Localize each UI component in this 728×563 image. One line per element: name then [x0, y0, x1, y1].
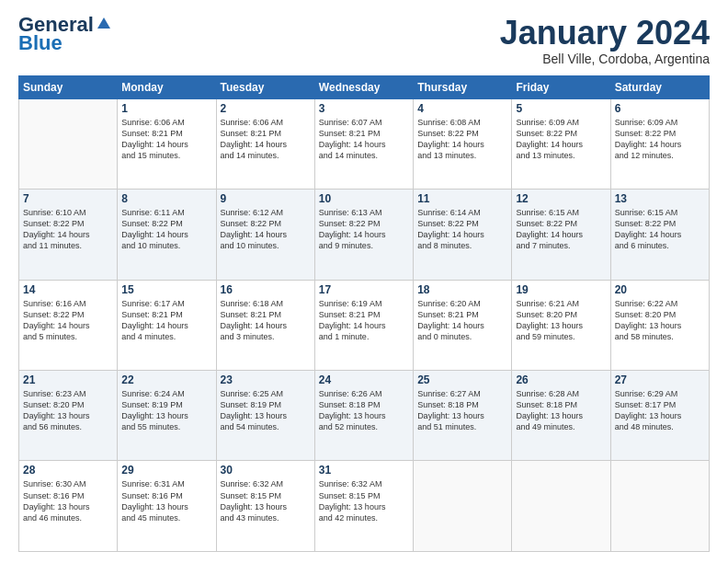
day-info: Sunrise: 6:06 AM Sunset: 8:21 PM Dayligh…	[121, 117, 211, 162]
day-number: 4	[417, 102, 507, 115]
calendar-cell: 11Sunrise: 6:14 AM Sunset: 8:22 PM Dayli…	[414, 190, 512, 280]
day-info: Sunrise: 6:32 AM Sunset: 8:15 PM Dayligh…	[221, 478, 311, 523]
day-number: 22	[121, 373, 211, 386]
calendar-cell: 28Sunrise: 6:30 AM Sunset: 8:16 PM Dayli…	[19, 461, 118, 552]
day-number: 16	[221, 283, 311, 296]
calendar-cell: 15Sunrise: 6:17 AM Sunset: 8:21 PM Dayli…	[118, 280, 216, 370]
day-info: Sunrise: 6:31 AM Sunset: 8:16 PM Dayligh…	[121, 478, 211, 523]
calendar-cell	[512, 461, 610, 552]
calendar-cell: 7Sunrise: 6:10 AM Sunset: 8:22 PM Daylig…	[19, 190, 118, 280]
day-number: 30	[221, 464, 311, 477]
day-info: Sunrise: 6:12 AM Sunset: 8:22 PM Dayligh…	[221, 207, 311, 252]
day-number: 8	[121, 192, 211, 205]
calendar-cell	[610, 461, 709, 552]
day-number: 20	[615, 283, 705, 296]
col-monday: Monday	[118, 75, 216, 98]
col-friday: Friday	[512, 75, 610, 98]
day-number: 24	[319, 373, 409, 386]
day-info: Sunrise: 6:06 AM Sunset: 8:21 PM Dayligh…	[221, 117, 311, 162]
location-subtitle: Bell Ville, Cordoba, Argentina	[500, 52, 710, 66]
calendar-cell	[19, 98, 118, 189]
col-sunday: Sunday	[19, 75, 118, 98]
calendar-cell: 16Sunrise: 6:18 AM Sunset: 8:21 PM Dayli…	[216, 280, 314, 370]
header: General Blue January 2024 Bell Ville, Co…	[18, 15, 710, 66]
day-info: Sunrise: 6:17 AM Sunset: 8:21 PM Dayligh…	[121, 298, 211, 343]
calendar-cell: 19Sunrise: 6:21 AM Sunset: 8:20 PM Dayli…	[512, 280, 610, 370]
calendar-table: Sunday Monday Tuesday Wednesday Thursday…	[18, 75, 710, 552]
day-number: 18	[417, 283, 507, 296]
calendar-cell: 20Sunrise: 6:22 AM Sunset: 8:20 PM Dayli…	[610, 280, 709, 370]
day-info: Sunrise: 6:10 AM Sunset: 8:22 PM Dayligh…	[23, 207, 113, 252]
calendar-cell: 4Sunrise: 6:08 AM Sunset: 8:22 PM Daylig…	[414, 98, 512, 189]
day-info: Sunrise: 6:13 AM Sunset: 8:22 PM Dayligh…	[319, 207, 409, 252]
svg-marker-0	[97, 17, 110, 29]
calendar-cell: 14Sunrise: 6:16 AM Sunset: 8:22 PM Dayli…	[19, 280, 118, 370]
calendar-cell: 6Sunrise: 6:09 AM Sunset: 8:22 PM Daylig…	[610, 98, 709, 189]
calendar-week-row: 14Sunrise: 6:16 AM Sunset: 8:22 PM Dayli…	[19, 280, 710, 370]
col-tuesday: Tuesday	[216, 75, 314, 98]
col-saturday: Saturday	[610, 75, 709, 98]
day-number: 26	[516, 373, 606, 386]
logo: General Blue	[18, 15, 112, 53]
day-number: 10	[319, 192, 409, 205]
day-info: Sunrise: 6:19 AM Sunset: 8:21 PM Dayligh…	[319, 298, 409, 343]
calendar-header-row: Sunday Monday Tuesday Wednesday Thursday…	[19, 75, 710, 98]
day-info: Sunrise: 6:23 AM Sunset: 8:20 PM Dayligh…	[23, 388, 113, 433]
day-number: 1	[121, 102, 211, 115]
day-number: 5	[516, 102, 606, 115]
day-number: 9	[221, 192, 311, 205]
calendar-cell	[414, 461, 512, 552]
calendar-cell: 26Sunrise: 6:28 AM Sunset: 8:18 PM Dayli…	[512, 371, 610, 461]
day-number: 23	[221, 373, 311, 386]
calendar-cell: 9Sunrise: 6:12 AM Sunset: 8:22 PM Daylig…	[216, 190, 314, 280]
calendar-week-row: 28Sunrise: 6:30 AM Sunset: 8:16 PM Dayli…	[19, 461, 710, 552]
day-info: Sunrise: 6:28 AM Sunset: 8:18 PM Dayligh…	[516, 388, 606, 433]
day-number: 25	[417, 373, 507, 386]
day-number: 12	[516, 192, 606, 205]
calendar-cell: 1Sunrise: 6:06 AM Sunset: 8:21 PM Daylig…	[118, 98, 216, 189]
day-info: Sunrise: 6:24 AM Sunset: 8:19 PM Dayligh…	[121, 388, 211, 433]
day-info: Sunrise: 6:07 AM Sunset: 8:21 PM Dayligh…	[319, 117, 409, 162]
day-number: 2	[221, 102, 311, 115]
day-number: 29	[121, 464, 211, 477]
col-thursday: Thursday	[414, 75, 512, 98]
day-info: Sunrise: 6:32 AM Sunset: 8:15 PM Dayligh…	[319, 478, 409, 523]
day-number: 13	[615, 192, 705, 205]
calendar-cell: 13Sunrise: 6:15 AM Sunset: 8:22 PM Dayli…	[610, 190, 709, 280]
calendar-cell: 23Sunrise: 6:25 AM Sunset: 8:19 PM Dayli…	[216, 371, 314, 461]
day-info: Sunrise: 6:14 AM Sunset: 8:22 PM Dayligh…	[417, 207, 507, 252]
day-info: Sunrise: 6:29 AM Sunset: 8:17 PM Dayligh…	[615, 388, 705, 433]
calendar-week-row: 21Sunrise: 6:23 AM Sunset: 8:20 PM Dayli…	[19, 371, 710, 461]
day-number: 15	[121, 283, 211, 296]
day-info: Sunrise: 6:09 AM Sunset: 8:22 PM Dayligh…	[615, 117, 705, 162]
logo-blue-text: Blue	[18, 33, 63, 53]
day-info: Sunrise: 6:11 AM Sunset: 8:22 PM Dayligh…	[121, 207, 211, 252]
day-info: Sunrise: 6:09 AM Sunset: 8:22 PM Dayligh…	[516, 117, 606, 162]
calendar-cell: 27Sunrise: 6:29 AM Sunset: 8:17 PM Dayli…	[610, 371, 709, 461]
page: General Blue January 2024 Bell Ville, Co…	[0, 0, 728, 563]
calendar-cell: 31Sunrise: 6:32 AM Sunset: 8:15 PM Dayli…	[314, 461, 413, 552]
calendar-cell: 24Sunrise: 6:26 AM Sunset: 8:18 PM Dayli…	[314, 371, 413, 461]
logo-icon	[96, 16, 112, 32]
calendar-cell: 3Sunrise: 6:07 AM Sunset: 8:21 PM Daylig…	[314, 98, 413, 189]
day-number: 7	[23, 192, 113, 205]
day-number: 14	[23, 283, 113, 296]
calendar-cell: 25Sunrise: 6:27 AM Sunset: 8:18 PM Dayli…	[414, 371, 512, 461]
day-info: Sunrise: 6:26 AM Sunset: 8:18 PM Dayligh…	[319, 388, 409, 433]
col-wednesday: Wednesday	[314, 75, 413, 98]
calendar-cell: 30Sunrise: 6:32 AM Sunset: 8:15 PM Dayli…	[216, 461, 314, 552]
calendar-cell: 5Sunrise: 6:09 AM Sunset: 8:22 PM Daylig…	[512, 98, 610, 189]
day-info: Sunrise: 6:16 AM Sunset: 8:22 PM Dayligh…	[23, 298, 113, 343]
day-info: Sunrise: 6:15 AM Sunset: 8:22 PM Dayligh…	[615, 207, 705, 252]
day-number: 21	[23, 373, 113, 386]
day-number: 3	[319, 102, 409, 115]
calendar-cell: 2Sunrise: 6:06 AM Sunset: 8:21 PM Daylig…	[216, 98, 314, 189]
month-year-title: January 2024	[500, 15, 710, 52]
calendar-week-row: 1Sunrise: 6:06 AM Sunset: 8:21 PM Daylig…	[19, 98, 710, 189]
calendar-cell: 8Sunrise: 6:11 AM Sunset: 8:22 PM Daylig…	[118, 190, 216, 280]
day-info: Sunrise: 6:15 AM Sunset: 8:22 PM Dayligh…	[516, 207, 606, 252]
day-number: 6	[615, 102, 705, 115]
title-area: January 2024 Bell Ville, Cordoba, Argent…	[500, 15, 710, 66]
calendar-cell: 29Sunrise: 6:31 AM Sunset: 8:16 PM Dayli…	[118, 461, 216, 552]
day-info: Sunrise: 6:20 AM Sunset: 8:21 PM Dayligh…	[417, 298, 507, 343]
